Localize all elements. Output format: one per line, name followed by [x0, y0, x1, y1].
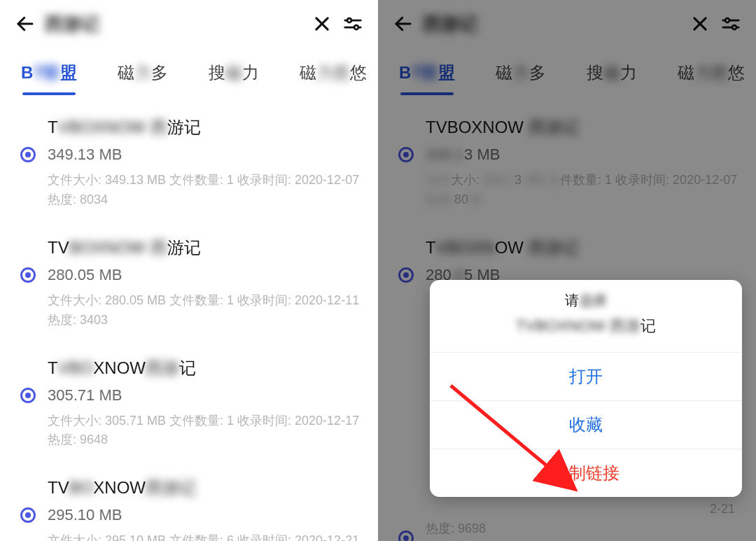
result-meta: 文件大小: 295.10 MB 文件数量: 6 收录时间: 2020-12-21… — [48, 531, 361, 541]
result-meta: 文件大小: 349.13 MB 文件数量: 1 收录时间: 2020-12-07… — [48, 171, 361, 210]
result-item[interactable]: TVBOXNOW 西游记 349.13 MB 文件大小: 349.13 MB 文… — [0, 105, 378, 225]
result-size: 349.13 MB — [48, 146, 361, 164]
result-size: 280.05 MB — [48, 266, 361, 284]
tab-1[interactable]: 磁力多 — [118, 55, 168, 91]
result-size: 305.71 MB — [48, 386, 361, 405]
result-item[interactable]: TVBOXNOW 西游记 305.71 MB 文件大小: 305.71 MB 文… — [0, 346, 378, 466]
tab-2[interactable]: 搜磁力 — [209, 55, 259, 91]
action-sheet: 请选择 TVBOXNOW 西游记 打开 收藏 复制链接 — [430, 280, 742, 497]
back-button[interactable] — [10, 8, 41, 39]
source-tabs: BT联盟 磁力多 搜磁力 磁力悠悠 魔 — [0, 48, 378, 98]
svg-point-4 — [347, 18, 351, 22]
sheet-option-favorite[interactable]: 收藏 — [430, 400, 742, 449]
result-icon — [8, 116, 48, 210]
tab-3[interactable]: 磁力悠悠 — [300, 55, 367, 91]
search-input[interactable]: 西游记 — [41, 12, 307, 36]
result-meta: 文件大小: 305.71 MB 文件数量: 1 收录时间: 2020-12-17… — [48, 412, 361, 451]
result-title: TVBOXNOW 西游记 — [48, 237, 361, 259]
result-title: TVBOXNOW 西游记 — [48, 357, 361, 379]
result-icon — [8, 357, 48, 451]
result-title: TVBOXNOW 西游记 — [48, 116, 361, 139]
sheet-subtitle: TVBOXNOW 西游记 — [430, 316, 742, 352]
sheet-title: 请选择 — [430, 280, 742, 316]
sheet-option-copy-link[interactable]: 复制链接 — [430, 449, 742, 497]
topbar: 西游记 — [0, 0, 378, 48]
sheet-option-open[interactable]: 打开 — [430, 352, 742, 400]
result-item[interactable]: TVBOXNOW 西游记 280.05 MB 文件大小: 280.05 MB 文… — [0, 225, 378, 346]
svg-point-6 — [354, 25, 358, 29]
result-icon — [8, 477, 48, 541]
filter-icon[interactable] — [337, 8, 368, 39]
result-icon — [8, 237, 48, 330]
tab-0[interactable]: BT联盟 — [21, 55, 77, 91]
result-title: TVBOXNOW 西游记 — [48, 477, 361, 499]
result-size: 295.10 MB — [48, 506, 361, 524]
result-meta: 文件大小: 280.05 MB 文件数量: 1 收录时间: 2020-12-11… — [48, 291, 361, 330]
result-item[interactable]: TVBOXNOW 西游记 295.10 MB 文件大小: 295.10 MB 文… — [0, 465, 378, 541]
clear-icon[interactable] — [307, 8, 337, 39]
right-panel: 西游记 BT联盟 磁力多 搜磁力 磁力悠悠 魔 TVBOXNOW 西游记 349… — [378, 0, 756, 541]
left-panel: 西游记 BT联盟 磁力多 搜磁力 磁力悠悠 魔 TVBOXNOW 西游记 349… — [0, 0, 378, 541]
result-list: TVBOXNOW 西游记 349.13 MB 文件大小: 349.13 MB 文… — [0, 98, 378, 541]
